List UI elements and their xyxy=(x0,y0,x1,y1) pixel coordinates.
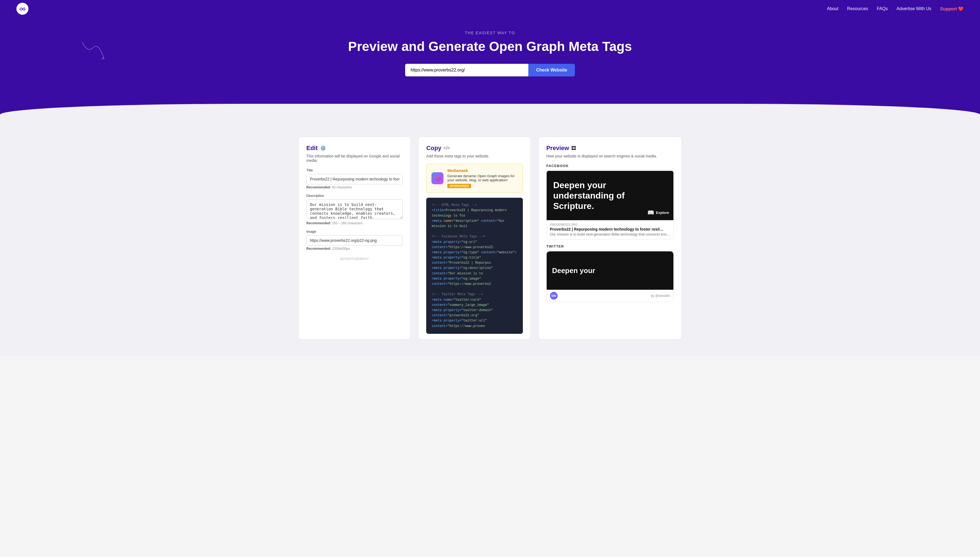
edit-panel-header: Edit ⚙️ xyxy=(306,145,403,152)
copy-panel-title: Copy xyxy=(426,145,441,152)
url-input[interactable] xyxy=(405,64,528,77)
facebook-preview-image: Deepen your understanding of Scripture. … xyxy=(547,171,673,220)
preview-panel: Preview 🖼 How your website is displayed … xyxy=(538,137,682,340)
code-block: <!-- HTML Meta Tags --> <title>Proverbs2… xyxy=(426,198,523,334)
url-form: Check Website xyxy=(405,64,575,77)
twitter-footer: SW by @swsalim xyxy=(547,290,673,302)
code-line-5: <meta property="og:url" content="https:/… xyxy=(432,239,517,250)
code-line-10: <!-- Twitter Meta Tags --> xyxy=(432,292,517,297)
three-columns: Edit ⚙️ This information will be display… xyxy=(298,137,682,340)
code-line-4: <!-- Facebook Meta Tags --> xyxy=(432,234,517,239)
preview-panel-title: Preview xyxy=(546,145,569,152)
faqs-link[interactable]: FAQs xyxy=(877,6,888,11)
code-line-8: <meta property="og:description" content=… xyxy=(432,265,517,276)
facebook-title: Proverbs22 | Repurposing modern technolo… xyxy=(550,227,670,231)
twitter-handle: by @swsalim xyxy=(651,294,670,298)
twitter-preview-image: Deepen your xyxy=(547,251,673,290)
main-nav: About Resources FAQs Advertise With Us S… xyxy=(827,6,964,11)
sponsored-box[interactable]: Mediamask Generate dynamic Open Graph im… xyxy=(426,164,523,193)
logo[interactable]: OG xyxy=(16,3,28,15)
edit-settings-icon: ⚙️ xyxy=(320,145,326,151)
image-input[interactable] xyxy=(306,235,403,246)
description-textarea[interactable]: Our mission is to build next-generation … xyxy=(306,199,403,219)
image-field-group: Image Recommended: 1200x630px xyxy=(306,230,403,251)
code-line-2: <title>Proverbs22 | Repurposing modern t… xyxy=(432,208,517,218)
code-line-11: <meta name="twitter:card" content="summa… xyxy=(432,297,517,308)
image-field-label: Image xyxy=(306,230,403,234)
twitter-image-text: Deepen your xyxy=(552,267,668,275)
title-field-group: Title Recommended: 60 characters xyxy=(306,168,403,189)
description-hint: Recommended: 155 – 160 characters xyxy=(306,221,403,225)
twitter-avatar: SW xyxy=(550,292,557,300)
code-line-13: <meta property="twitter:url" content="ht… xyxy=(432,318,517,329)
facebook-meta-info: PROVERBS22.ORG Proverbs22 | Repurposing … xyxy=(547,220,673,239)
sponsored-badge: SPONSORED xyxy=(447,184,471,188)
edit-panel: Edit ⚙️ This information will be display… xyxy=(298,137,411,340)
code-line-9: <meta property="og:image" content="https… xyxy=(432,276,517,287)
wave-divider xyxy=(0,104,980,126)
edit-panel-title: Edit xyxy=(306,145,318,152)
sponsored-body: Generate dynamic Open Graph images for y… xyxy=(447,174,517,182)
preview-frame-icon: 🖼 xyxy=(571,145,576,151)
title-input[interactable] xyxy=(306,174,403,184)
support-link[interactable]: Support ❤️ xyxy=(940,6,964,11)
twitter-preview: Deepen your SW by @swsalim xyxy=(546,251,674,302)
code-line-1: <!-- HTML Meta Tags --> xyxy=(432,203,517,208)
description-field-label: Description xyxy=(306,194,403,198)
sponsored-title: Mediamask xyxy=(447,168,517,173)
check-website-button[interactable]: Check Website xyxy=(528,64,575,77)
preview-panel-subtitle: How your website is displayed on search … xyxy=(546,154,674,158)
facebook-domain: PROVERBS22.ORG xyxy=(550,223,670,226)
hero-title: Preview and Generate Open Graph Meta Tag… xyxy=(0,39,980,54)
sponsored-text: Mediamask Generate dynamic Open Graph im… xyxy=(447,168,517,188)
hero-section: THE EASIEST WAY TO Preview and Generate … xyxy=(0,18,980,104)
copy-panel-header: Copy </> xyxy=(426,145,523,152)
preview-panel-header: Preview 🖼 xyxy=(546,145,674,152)
facebook-explore-label: 📖 Explore xyxy=(647,209,669,216)
squiggle-decoration xyxy=(76,37,109,70)
code-line-7: <meta property="og:title" content="Prove… xyxy=(432,255,517,265)
sponsored-logo-icon xyxy=(431,172,444,184)
explore-book-icon: 📖 xyxy=(647,209,654,216)
facebook-image-text: Deepen your understanding of Scripture. xyxy=(553,180,667,212)
code-line-6: <meta property="og:type" content="websit… xyxy=(432,250,517,255)
resources-link[interactable]: Resources xyxy=(847,6,868,11)
logo-icon: OG xyxy=(16,3,28,15)
header: OG About Resources FAQs Advertise With U… xyxy=(0,0,980,18)
copy-code-icon: </> xyxy=(444,146,450,151)
facebook-description: Our mission is to build next-generation … xyxy=(550,232,670,236)
facebook-section-label: FACEBOOK xyxy=(546,164,674,168)
edit-panel-subtitle: This information will be displayed on Go… xyxy=(306,154,403,163)
description-field-group: Description Our mission is to build next… xyxy=(306,194,403,225)
copy-panel: Copy </> Add these meta tags to your web… xyxy=(418,137,530,340)
copy-panel-subtitle: Add these meta tags to your website. xyxy=(426,154,523,158)
code-line-3: <meta name="description" content="Our mi… xyxy=(432,218,517,229)
image-hint: Recommended: 1200x630px xyxy=(306,247,403,251)
title-hint: Recommended: 60 characters xyxy=(306,186,403,189)
main-content: Edit ⚙️ This information will be display… xyxy=(0,126,980,356)
advertise-link[interactable]: Advertise With Us xyxy=(897,6,931,11)
advertisement-label: ADVERTISEMENT xyxy=(306,257,403,261)
hero-eyebrow: THE EASIEST WAY TO xyxy=(0,31,980,35)
title-field-label: Title xyxy=(306,168,403,172)
facebook-preview: Deepen your understanding of Scripture. … xyxy=(546,171,674,239)
sponsored-logo-shape xyxy=(434,174,441,182)
twitter-section-label: TWITTER xyxy=(546,244,674,248)
code-line-12: <meta property="twitter:domain" content=… xyxy=(432,308,517,318)
about-link[interactable]: About xyxy=(827,6,839,11)
